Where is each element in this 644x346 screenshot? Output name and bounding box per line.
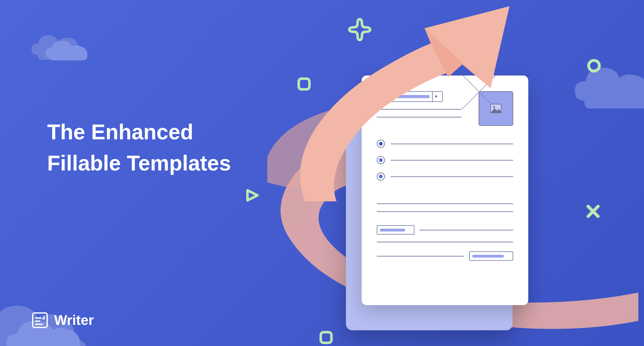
text-field — [377, 225, 414, 235]
image-placeholder-icon — [479, 91, 513, 126]
svg-rect-0 — [299, 79, 309, 89]
triangle-icon — [244, 187, 260, 204]
radio-option — [377, 140, 513, 148]
heading-line-2: Fillable Templates — [47, 148, 231, 179]
cloud-icon — [31, 31, 94, 61]
heading-line-1: The Enhanced — [47, 116, 231, 148]
dropdown-field — [377, 91, 443, 102]
cloud-icon — [575, 63, 644, 110]
svg-point-10 — [493, 106, 495, 108]
cross-icon — [583, 201, 603, 221]
page-title: The Enhanced Fillable Templates — [47, 116, 231, 178]
square-icon — [319, 331, 333, 344]
radio-option — [377, 156, 513, 164]
document-front — [362, 75, 528, 305]
plus-icon — [347, 17, 372, 42]
square-icon — [297, 77, 311, 91]
svg-point-1 — [589, 60, 599, 71]
brand-label: Writer — [54, 312, 94, 328]
brand: Writer — [31, 312, 94, 329]
svg-rect-2 — [321, 332, 331, 343]
circle-icon — [586, 58, 602, 73]
writer-logo-icon — [31, 312, 48, 329]
text-field — [469, 251, 513, 261]
radio-option — [377, 172, 513, 181]
svg-rect-3 — [33, 313, 47, 327]
chevron-down-icon — [432, 92, 440, 101]
